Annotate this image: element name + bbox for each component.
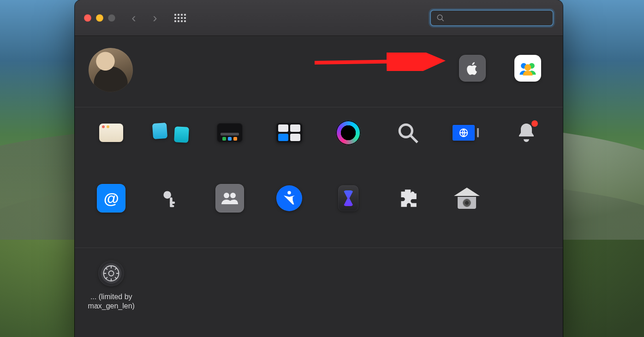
extensions-icon bbox=[394, 184, 422, 213]
mission-control-icon bbox=[275, 118, 304, 147]
pref-notifications-focus[interactable] bbox=[498, 116, 555, 178]
svg-point-13 bbox=[224, 193, 229, 198]
pref-general[interactable] bbox=[83, 116, 140, 178]
apple-logo-icon bbox=[459, 55, 486, 82]
search-field[interactable] bbox=[430, 10, 554, 26]
search-input[interactable] bbox=[449, 13, 547, 23]
pref-desktop-screensaver[interactable] bbox=[143, 116, 199, 178]
pref-section-1: @ bbox=[75, 107, 563, 248]
pref-passwords[interactable] bbox=[143, 181, 199, 244]
annotation-arrow bbox=[315, 53, 448, 71]
back-button[interactable]: ‹ bbox=[126, 12, 141, 24]
svg-point-5 bbox=[525, 64, 531, 71]
window-controls bbox=[84, 14, 115, 22]
svg-line-1 bbox=[441, 19, 444, 21]
dock-icon bbox=[215, 118, 244, 147]
svg-point-0 bbox=[437, 15, 442, 20]
svg-point-9 bbox=[163, 191, 171, 199]
svg-line-2 bbox=[315, 61, 438, 63]
titlebar: ‹ › bbox=[75, 0, 563, 36]
pref-internet-accounts[interactable]: @ bbox=[83, 181, 140, 244]
users-groups-icon bbox=[215, 184, 244, 213]
account-header bbox=[75, 36, 563, 107]
user-avatar[interactable] bbox=[89, 48, 133, 92]
svg-rect-10 bbox=[170, 197, 173, 206]
pref-accessibility[interactable] bbox=[261, 181, 318, 244]
zoom-button[interactable] bbox=[108, 14, 115, 22]
minimize-button[interactable] bbox=[96, 14, 103, 22]
svg-point-14 bbox=[230, 193, 236, 198]
svg-line-7 bbox=[411, 136, 417, 142]
pref-language-region[interactable] bbox=[439, 116, 495, 178]
spotlight-icon bbox=[394, 118, 422, 147]
pref-security-privacy[interactable] bbox=[439, 181, 495, 244]
pref-dock-menubar[interactable] bbox=[202, 116, 258, 178]
forward-button[interactable]: › bbox=[148, 12, 162, 24]
pref-spotlight[interactable] bbox=[380, 116, 436, 178]
notifications-icon bbox=[512, 118, 541, 147]
pref-screen-time[interactable] bbox=[320, 181, 377, 244]
svg-point-6 bbox=[400, 124, 412, 137]
security-privacy-icon bbox=[453, 184, 481, 213]
language-region-icon bbox=[453, 118, 481, 147]
apple-id-pref[interactable] bbox=[456, 55, 489, 85]
pref-extensions[interactable] bbox=[380, 181, 436, 244]
software-update-icon bbox=[97, 259, 125, 288]
pref-mission-control[interactable] bbox=[261, 116, 318, 178]
pref-users-groups[interactable] bbox=[202, 181, 258, 244]
svg-rect-12 bbox=[170, 205, 174, 207]
accessibility-icon bbox=[275, 184, 304, 213]
family-sharing-pref[interactable] bbox=[511, 55, 544, 85]
pref-section-2: ... (limited by max_gen_len) bbox=[75, 248, 563, 323]
pref-siri[interactable] bbox=[320, 116, 377, 178]
passwords-icon bbox=[156, 184, 185, 213]
system-preferences-window: ‹ › bbox=[75, 0, 563, 337]
svg-rect-11 bbox=[170, 201, 175, 204]
svg-point-15 bbox=[287, 191, 291, 195]
svg-point-17 bbox=[109, 271, 114, 276]
general-icon bbox=[97, 118, 125, 147]
desktop-icon bbox=[156, 118, 185, 147]
family-icon bbox=[514, 55, 541, 82]
screen-time-icon bbox=[334, 184, 363, 213]
close-button[interactable] bbox=[84, 14, 91, 22]
pref-software-update[interactable]: ... (limited by max_gen_len) bbox=[83, 256, 140, 319]
notification-badge bbox=[531, 120, 538, 127]
internet-accounts-icon: @ bbox=[97, 184, 125, 213]
show-all-button[interactable] bbox=[173, 12, 186, 24]
siri-icon bbox=[334, 118, 363, 147]
search-icon bbox=[436, 14, 445, 22]
